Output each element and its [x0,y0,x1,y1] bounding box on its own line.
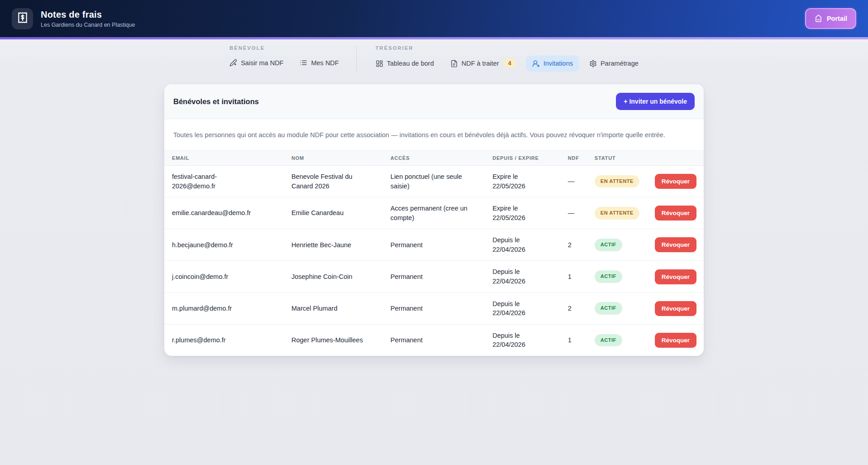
receipt-icon [17,12,29,25]
nav-section: TRÉSORIERTableau de bordNDF à traiter4In… [356,45,645,72]
email-cell: h.becjaune@demo.fr [164,229,284,261]
status-badge: ACTIF [595,334,622,347]
count-badge: 4 [504,59,516,68]
nav-item-mes-ndf[interactable]: Mes NDF [293,55,345,71]
table-row: j.coincoin@demo.frJosephine Coin-CoinPer… [164,261,704,292]
date-cell: Depuis le 22/04/2026 [485,261,560,292]
status-badge: EN ATTENTE [595,207,639,220]
nav-item-label: Mes NDF [311,59,339,67]
email-cell: festival-canard-2026@demo.fr [164,166,284,197]
nav-item-label: Tableau de bord [387,60,434,67]
status-cell: ACTIF [587,229,647,261]
ndf-count-cell: 1 [560,261,587,292]
invitations-table: EMAILNOMACCÈSDEPUIS / EXPIRENDFSTATUT fe… [164,150,704,356]
status-cell: ACTIF [587,292,647,324]
column-header: STATUT [587,151,647,166]
status-badge: EN ATTENTE [595,175,639,188]
nav-item-tableau-de-bord[interactable]: Tableau de bord [369,56,440,72]
status-cell: EN ATTENTE [587,166,647,197]
page-title: Notes de frais [41,10,135,20]
user-plus-icon [532,60,540,67]
access-cell: Permanent [383,261,485,292]
table-header-row: EMAILNOMACCÈSDEPUIS / EXPIRENDFSTATUT [164,151,704,166]
column-header: DEPUIS / EXPIRE [485,151,560,166]
table-row: m.plumard@demo.frMarcel PlumardPermanent… [164,292,704,324]
access-cell: Acces permanent (cree un compte) [383,197,485,229]
column-header [647,151,704,166]
invitations-card: Bénévoles et invitations + Inviter un bé… [164,84,704,356]
action-cell: Révoquer [647,166,704,197]
status-cell: EN ATTENTE [587,197,647,229]
ndf-count-cell: — [560,197,587,229]
ndf-count-cell: 2 [560,292,587,324]
revoke-button[interactable]: Révoquer [655,237,696,252]
main-content: Bénévoles et invitations + Inviter un bé… [0,84,868,356]
revoke-button[interactable]: Révoquer [655,206,696,221]
email-cell: r.plumes@demo.fr [164,324,284,356]
table-row: emilie.canardeau@demo.frEmilie Canardeau… [164,197,704,229]
portal-button[interactable]: Portail [805,8,856,29]
date-cell: Expire le 22/05/2026 [485,166,560,197]
revoke-button[interactable]: Révoquer [655,333,696,348]
email-cell: j.coincoin@demo.fr [164,261,284,292]
ndf-count-cell: 1 [560,324,587,356]
card-header: Bénévoles et invitations + Inviter un bé… [164,84,704,119]
nav-section-label: TRÉSORIER [376,45,645,51]
date-cell: Depuis le 22/04/2026 [485,324,560,356]
column-header: NOM [284,151,383,166]
access-cell: Permanent [383,324,485,356]
card-description: Toutes les personnes qui ont accès au mo… [164,119,704,150]
nav-item-label: NDF à traiter [462,60,499,67]
app-logo [12,8,33,29]
date-cell: Depuis le 22/04/2026 [485,229,560,261]
action-cell: Révoquer [647,324,704,356]
app-header: Notes de frais Les Gardiens du Canard en… [0,0,868,37]
table-row: h.becjaune@demo.frHenriette Bec-JaunePer… [164,229,704,261]
nav-item-parametrage[interactable]: Paramétrage [583,56,645,72]
invite-volunteer-button[interactable]: + Inviter un bénévole [616,93,695,110]
name-cell: Roger Plumes-Mouillees [284,324,383,356]
column-header: NDF [560,151,587,166]
name-cell: Benevole Festival du Canard 2026 [284,166,383,197]
nav-section: BÉNÉVOLESaisir ma NDFMes NDF [223,45,345,72]
nav-item-label: Invitations [544,60,573,67]
name-cell: Josephine Coin-Coin [284,261,383,292]
email-cell: m.plumard@demo.fr [164,292,284,324]
portal-button-label: Portail [827,15,847,22]
nav-item-label: Saisir ma NDF [241,59,283,67]
revoke-button[interactable]: Révoquer [655,301,696,316]
name-cell: Marcel Plumard [284,292,383,324]
column-header: EMAIL [164,151,284,166]
status-badge: ACTIF [595,239,622,251]
revoke-button[interactable]: Révoquer [655,174,696,189]
home-icon [814,14,823,24]
status-cell: ACTIF [587,261,647,292]
pencil-plus-icon [229,59,237,67]
email-cell: emilie.canardeau@demo.fr [164,197,284,229]
gear-icon [589,60,597,67]
nav-item-invitations[interactable]: Invitations [526,56,579,72]
column-header: ACCÈS [383,151,485,166]
access-cell: Lien ponctuel (une seule saisie) [383,166,485,197]
action-cell: Révoquer [647,229,704,261]
revoke-button[interactable]: Révoquer [655,269,696,284]
table-row: r.plumes@demo.frRoger Plumes-MouilleesPe… [164,324,704,356]
status-cell: ACTIF [587,324,647,356]
nav-item-ndf-a-traiter[interactable]: NDF à traiter4 [444,55,522,72]
date-cell: Expire le 22/05/2026 [485,197,560,229]
date-cell: Depuis le 22/04/2026 [485,292,560,324]
table-row: festival-canard-2026@demo.frBenevole Fes… [164,166,704,197]
card-title: Bénévoles et invitations [173,97,259,106]
ndf-count-cell: — [560,166,587,197]
dashboard-icon [376,60,383,67]
action-cell: Révoquer [647,261,704,292]
nav-section-label: BÉNÉVOLE [229,45,345,51]
action-cell: Révoquer [647,197,704,229]
status-badge: ACTIF [595,302,622,315]
ndf-count-cell: 2 [560,229,587,261]
nav-item-label: Paramétrage [601,60,639,67]
main-nav: BÉNÉVOLESaisir ma NDFMes NDFTRÉSORIERTab… [0,39,868,72]
name-cell: Emilie Canardeau [284,197,383,229]
name-cell: Henriette Bec-Jaune [284,229,383,261]
nav-item-saisir-ma-ndf[interactable]: Saisir ma NDF [223,55,290,71]
